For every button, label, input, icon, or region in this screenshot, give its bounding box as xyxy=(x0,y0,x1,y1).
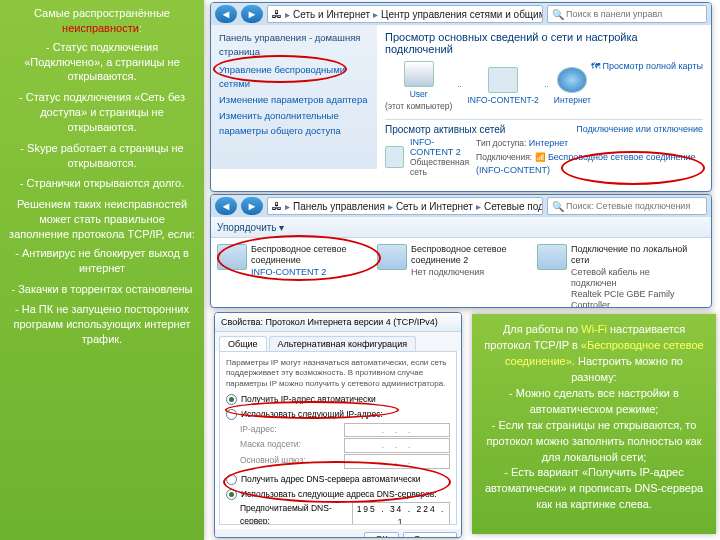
network-name-link[interactable]: INFO-CONTENT 2 xyxy=(410,137,470,157)
right-info-panel: Для работы по Wi-Fi настраивается проток… xyxy=(472,314,716,534)
highlight-oval xyxy=(223,461,451,503)
dialog-title: Свойства: Протокол Интернета версии 4 (T… xyxy=(215,313,461,332)
sidebar: Панель управления - домашняя страница Уп… xyxy=(211,25,377,169)
globe-icon xyxy=(557,67,587,93)
search-input xyxy=(564,200,702,212)
tcpip-properties-dialog: Свойства: Протокол Интернета версии 4 (T… xyxy=(214,312,462,538)
pc-icon xyxy=(404,61,434,87)
highlight-oval xyxy=(561,151,705,185)
back-button[interactable]: ◄ xyxy=(215,5,237,23)
tab-alt[interactable]: Альтернативная конфигурация xyxy=(269,336,417,351)
sidebar-link-adapter[interactable]: Изменение параметров адаптера xyxy=(219,93,369,107)
list-item: На ПК не запущено посторонних программ и… xyxy=(8,302,196,347)
search-input xyxy=(564,8,702,20)
router-icon xyxy=(488,67,518,93)
network-center-window: ◄ ► 🖧▸ Сеть и Интернет▸ Центр управления… xyxy=(210,2,712,192)
list-item: Антивирус не блокирует выход в интернет xyxy=(8,246,196,276)
left-info-panel: Самые распространённые неисправности: Ст… xyxy=(0,0,204,540)
list-item: Закачки в торрентах остановлены xyxy=(8,282,196,297)
list-item: Странички открываются долго. xyxy=(8,176,196,191)
organize-menu[interactable]: Упорядочить ▾ xyxy=(217,222,284,233)
sidebar-link[interactable]: Изменить дополнительные параметры общего… xyxy=(219,109,369,138)
page-title: Просмотр основных сведений о сети и наст… xyxy=(385,31,703,55)
network-map: User(этот компьютер) INFO-CONTENT-2 Инте… xyxy=(385,61,591,111)
connect-link[interactable]: Подключение или отключение xyxy=(576,124,703,134)
highlight-oval xyxy=(213,55,347,83)
list-item: Статус подключения «Подключено», а стран… xyxy=(8,40,196,85)
connection-item[interactable]: Беспроводное сетевое соединение 2Нет под… xyxy=(377,244,533,308)
search-box[interactable]: 🔍 xyxy=(547,197,707,215)
cancel-button[interactable]: Отмена xyxy=(403,532,457,538)
issue-list: Статус подключения «Подключено», а стран… xyxy=(8,40,196,192)
connection-item[interactable]: Подключение по локальной сетиСетевой каб… xyxy=(537,244,693,308)
search-box[interactable]: 🔍 xyxy=(547,5,707,23)
forward-button[interactable]: ► xyxy=(241,5,263,23)
wifi-icon xyxy=(377,244,407,270)
network-icon xyxy=(385,146,404,168)
forward-button[interactable]: ► xyxy=(241,197,263,215)
back-button[interactable]: ◄ xyxy=(215,197,237,215)
full-map-link[interactable]: 🗺 Просмотр полной карты xyxy=(591,61,703,71)
lan-icon xyxy=(537,244,567,270)
tab-general[interactable]: Общие xyxy=(219,336,267,351)
ok-button[interactable]: ОК xyxy=(364,532,398,538)
list-item: Статус подключения «Сеть без доступа» и … xyxy=(8,90,196,135)
address-bar[interactable]: 🖧▸ Панель управления▸ Сеть и Интернет▸ С… xyxy=(267,197,543,215)
condition-list: Антивирус не блокирует выход в интернет … xyxy=(8,246,196,347)
address-bar[interactable]: 🖧▸ Сеть и Интернет▸ Центр управления сет… xyxy=(267,5,543,23)
network-connections-window: ◄ ► 🖧▸ Панель управления▸ Сеть и Интерне… xyxy=(210,194,712,308)
highlight-oval xyxy=(225,401,399,419)
list-item: Skype работает а страницы не открываются… xyxy=(8,141,196,171)
dns1-field[interactable]: 195 . 34 . 224 . 1 xyxy=(352,502,450,525)
highlight-oval xyxy=(217,235,381,281)
